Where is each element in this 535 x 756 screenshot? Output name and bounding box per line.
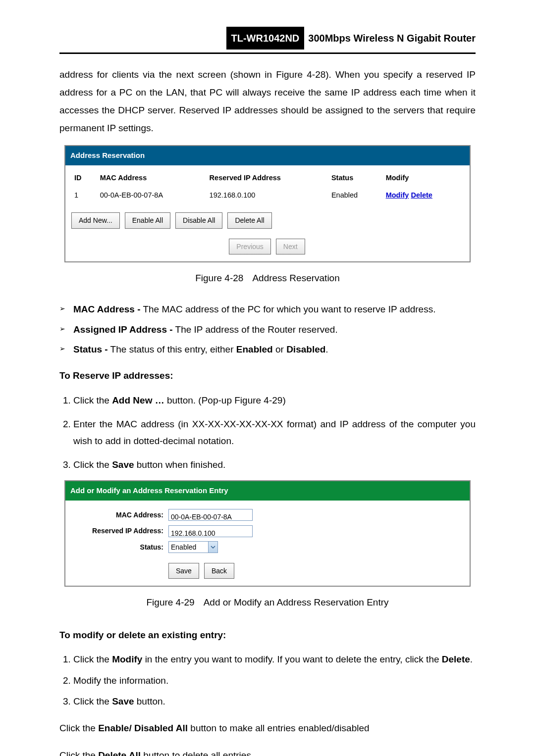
list-item: Click the Save button.: [73, 693, 476, 710]
mac-address-label: MAC Address:: [69, 508, 168, 522]
col-modify: Modify: [381, 169, 466, 187]
col-id: ID: [69, 169, 95, 187]
disable-all-button[interactable]: Disable All: [175, 212, 222, 229]
reservation-table: ID MAC Address Reserved IP Address Statu…: [69, 169, 466, 204]
header-model: TL-WR1042ND: [226, 27, 305, 50]
figure-28-caption: Figure 4-28Address Reservation: [59, 269, 476, 287]
list-item: Status - The status of this entry, eithe…: [73, 342, 476, 357]
add-modify-panel: Add or Modify an Address Reservation Ent…: [64, 480, 471, 587]
reserve-heading: To Reserve IP addresses:: [59, 367, 476, 385]
mac-address-input[interactable]: 00-0A-EB-00-07-8A: [168, 509, 253, 521]
list-item: Assigned IP Address - The IP address of …: [73, 322, 476, 337]
add-new-button[interactable]: Add New...: [71, 212, 120, 229]
status-label: Status:: [69, 541, 168, 554]
panel2-title: Add or Modify an Address Reservation Ent…: [65, 481, 470, 501]
figure-29-caption: Figure 4-29Add or Modify an Address Rese…: [59, 594, 476, 611]
delete-link[interactable]: Delete: [411, 191, 432, 199]
intro-paragraph: address for clients via the next screen …: [59, 66, 476, 137]
cell-mac: 00-0A-EB-00-07-8A: [95, 187, 205, 204]
modify-link[interactable]: Modify: [386, 191, 409, 199]
list-item: MAC Address - The MAC address of the PC …: [73, 302, 476, 317]
list-item: Modify the information.: [73, 672, 476, 689]
footer-line-1: Click the Enable/ Disabled All button to…: [59, 719, 476, 737]
delete-all-button[interactable]: Delete All: [227, 212, 271, 229]
modify-steps: Click the Modify in the entry you want t…: [59, 651, 476, 710]
status-select-value: Enabled: [171, 541, 196, 554]
header-desc: 300Mbps Wireless N Gigabit Router: [308, 29, 476, 48]
table-row: 1 00-0A-EB-00-07-8A 192.168.0.100 Enable…: [69, 187, 466, 204]
list-item: Click the Add New … button. (Pop-up Figu…: [73, 392, 476, 409]
cell-ip: 192.168.0.100: [205, 187, 326, 204]
panel-title: Address Reservation: [65, 146, 470, 165]
chevron-down-icon: [208, 542, 217, 553]
back-button[interactable]: Back: [204, 563, 234, 579]
col-ip: Reserved IP Address: [205, 169, 326, 187]
reserve-steps: Click the Add New … button. (Pop-up Figu…: [59, 392, 476, 474]
field-descriptions: MAC Address - The MAC address of the PC …: [59, 302, 476, 357]
list-item: Click the Modify in the entry you want t…: [73, 651, 476, 668]
cell-status: Enabled: [326, 187, 381, 204]
list-item: Click the Save button when finished.: [73, 456, 476, 473]
save-button[interactable]: Save: [168, 563, 199, 579]
reserved-ip-input[interactable]: 192.168.0.100: [168, 525, 253, 537]
col-mac: MAC Address: [95, 169, 205, 187]
status-select[interactable]: Enabled: [168, 541, 218, 553]
reserved-ip-label: Reserved IP Address:: [69, 524, 168, 538]
list-item: Enter the MAC address (in XX-XX-XX-XX-XX…: [73, 416, 476, 450]
address-reservation-panel: Address Reservation ID MAC Address Reser…: [64, 145, 471, 262]
cell-id: 1: [69, 187, 95, 204]
page-header: TL-WR1042ND 300Mbps Wireless N Gigabit R…: [59, 27, 476, 54]
enable-all-button[interactable]: Enable All: [125, 212, 170, 229]
footer-line-2: Click the Delete All button to delete al…: [59, 747, 476, 756]
next-button: Next: [276, 239, 305, 255]
col-status: Status: [326, 169, 381, 187]
previous-button: Previous: [229, 239, 270, 255]
modify-heading: To modify or delete an existing entry:: [59, 626, 476, 644]
